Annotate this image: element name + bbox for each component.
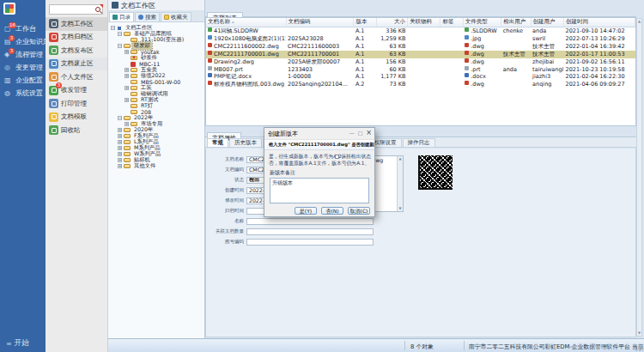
- print-icon: [49, 99, 58, 108]
- nav-item[interactable]: 个人文件区: [46, 70, 107, 84]
- status-separator: [404, 341, 405, 350]
- column-header[interactable]: 关联物料: [408, 18, 440, 27]
- minimize-icon[interactable]: —: [349, 130, 355, 136]
- expand-toggle[interactable]: +: [125, 74, 129, 78]
- table-row[interactable]: CMC22111600002.dwgCMC22111600003A.163 KB…: [206, 43, 635, 51]
- table-row[interactable]: 41回轴.SLDDRWA.1336 KB.SLDDRWchenkeanda202…: [206, 27, 635, 35]
- column-header[interactable]: 大小: [376, 18, 407, 27]
- file-type-icon: [208, 58, 212, 63]
- nav-item-label: 收发管理: [61, 86, 87, 94]
- tree-node[interactable]: RT灯: [108, 103, 204, 109]
- sidebar-item[interactable]: ◎变更管理: [0, 61, 46, 74]
- attachment-scrollbar[interactable]: ▲▼: [397, 156, 403, 211]
- tree-node[interactable]: −研发部: [108, 43, 204, 49]
- maximize-icon[interactable]: □: [358, 130, 363, 136]
- nav-item[interactable]: 3收发管理: [46, 84, 107, 98]
- nav-item[interactable]: 文档工作区: [46, 17, 107, 31]
- cancel-button[interactable]: 取消(C): [348, 207, 370, 215]
- sidebar-item[interactable]: ◍系统设置: [0, 87, 46, 100]
- field-input[interactable]: [246, 228, 374, 235]
- expand-toggle[interactable]: −: [118, 116, 122, 120]
- table-row[interactable]: Drawing2.dwg2025A研发部00007A.1156 KB.dwgzh…: [206, 58, 635, 66]
- tree-node[interactable]: +W系列产品: [108, 151, 204, 157]
- properties-tab[interactable]: 历史版本: [229, 138, 262, 147]
- expand-toggle[interactable]: +: [118, 164, 122, 168]
- tree-node[interactable]: 砂浆件: [108, 55, 204, 61]
- column-header[interactable]: 标签: [440, 18, 463, 27]
- column-header[interactable]: 创建用户: [531, 18, 563, 27]
- tree-tab[interactable]: 收藏夹: [161, 12, 191, 21]
- expand-toggle[interactable]: −: [111, 26, 115, 30]
- table-row[interactable]: MB007.prt1233403A.160 KB.prtandatairuiwa…: [206, 66, 635, 73]
- option-no-text: 否，将覆盖原版本A.1文件，版本号仍为A.1。: [269, 160, 370, 167]
- file-type-icon: [465, 35, 469, 39]
- expand-toggle[interactable]: +: [125, 86, 129, 90]
- expand-toggle[interactable]: +: [118, 140, 122, 144]
- column-header[interactable]: 检出用户: [501, 18, 531, 27]
- tree-node[interactable]: +市场专用: [108, 121, 204, 127]
- nav-item[interactable]: 打印管理: [46, 97, 107, 111]
- main-scrollbar[interactable]: ▲▼: [636, 18, 642, 337]
- expand-toggle[interactable]: +: [118, 158, 122, 162]
- search-input[interactable]: [50, 6, 94, 13]
- field-label: 创建时间: [210, 187, 244, 193]
- tree: −文档工作区−基础产品库图纸311-100(变压器)−研发部+youtak砂浆件…: [108, 22, 204, 169]
- table-row[interactable]: CMC22111700001.dwgCMC22111700001A.163 KB…: [206, 51, 635, 58]
- expand-toggle[interactable]: +: [118, 146, 122, 150]
- field-input[interactable]: [246, 218, 374, 225]
- doc-obsolete-icon: [49, 59, 58, 69]
- sidebar-item[interactable]: ▤企业知识库3: [0, 35, 46, 48]
- search-box: [49, 4, 103, 15]
- field-input[interactable]: [246, 239, 374, 246]
- form-row: 名称: [210, 217, 635, 225]
- expand-toggle[interactable]: +: [125, 98, 129, 102]
- column-header[interactable]: 文件类型: [463, 18, 501, 27]
- sidebar-item[interactable]: ▥企业配置: [0, 74, 46, 87]
- column-header[interactable]: 创建时间: [564, 18, 635, 27]
- nav-item[interactable]: 文档归档区: [46, 31, 107, 45]
- tree-tabs: 目录搜索收藏夹: [108, 11, 204, 22]
- expand-toggle[interactable]: +: [118, 134, 122, 138]
- tree-tab[interactable]: 搜索: [135, 12, 160, 21]
- no-button[interactable]: 否(N): [321, 207, 343, 215]
- nav-item[interactable]: 回收站: [46, 124, 107, 137]
- nav-item[interactable]: 文档发布区: [46, 44, 107, 58]
- tree-node[interactable]: +其他文件: [108, 163, 204, 169]
- search-icon[interactable]: [94, 6, 102, 14]
- tree-tab[interactable]: 目录: [109, 12, 134, 21]
- column-header[interactable]: 文档编码: [286, 18, 354, 27]
- expand-toggle[interactable]: +: [125, 68, 129, 72]
- table-row[interactable]: 1920x1080电脑桌面2(1)(1).jpg2025A23028A.11,2…: [206, 35, 635, 43]
- sort-icon: ▵: [232, 19, 234, 24]
- expand-toggle[interactable]: +: [118, 128, 122, 132]
- form-row: 关联文档数量: [210, 228, 635, 235]
- column-header[interactable]: 版本: [354, 18, 376, 27]
- yes-button[interactable]: 是(Y): [295, 207, 317, 215]
- sidebar-item[interactable]: ◈流程管理3: [0, 48, 46, 61]
- properties-tab[interactable]: 常规: [207, 138, 228, 147]
- tree-node[interactable]: 311-100(变压器): [108, 37, 204, 43]
- keep-checkout-checkbox[interactable]: [335, 155, 339, 159]
- start-button[interactable]: ≡ 开始: [6, 338, 29, 349]
- column-header[interactable]: 文档名称▵: [206, 18, 286, 27]
- nav-item[interactable]: 文档模板: [46, 111, 107, 124]
- nav-item[interactable]: 文档废止区: [46, 58, 107, 71]
- expand-toggle[interactable]: −: [118, 44, 122, 48]
- resize-grip[interactable]: [635, 343, 643, 351]
- table-row[interactable]: 标准模具物料图纸.003.dwg2025anqing202104...A.273…: [206, 81, 635, 88]
- tree-node[interactable]: +RT测试: [108, 97, 204, 103]
- expand-toggle[interactable]: +: [118, 152, 122, 156]
- expand-toggle[interactable]: +: [125, 122, 129, 126]
- tree-node[interactable]: 208: [108, 109, 204, 115]
- tree-node[interactable]: +徐缆2022: [108, 73, 204, 79]
- properties-tab[interactable]: 操作日志: [403, 138, 435, 147]
- expand-toggle[interactable]: −: [118, 32, 122, 36]
- sidebar-item[interactable]: ▢工作台16: [0, 22, 46, 35]
- keep-checkout-option[interactable]: 保持检出状态: [335, 153, 371, 160]
- file-table-header: 文档名称▵文档编码版本大小关联物料标签文件类型检出用户创建用户创建时间: [206, 18, 635, 27]
- close-icon[interactable]: ×: [366, 129, 372, 137]
- table-row[interactable]: PMP笔记.docx1-00008A.11,177 KB.docxjiazhi3…: [206, 73, 635, 81]
- expand-toggle[interactable]: +: [125, 50, 129, 54]
- tree-node[interactable]: MBS-001-W-00: [108, 79, 204, 85]
- remark-textarea[interactable]: 升级版本: [270, 178, 369, 203]
